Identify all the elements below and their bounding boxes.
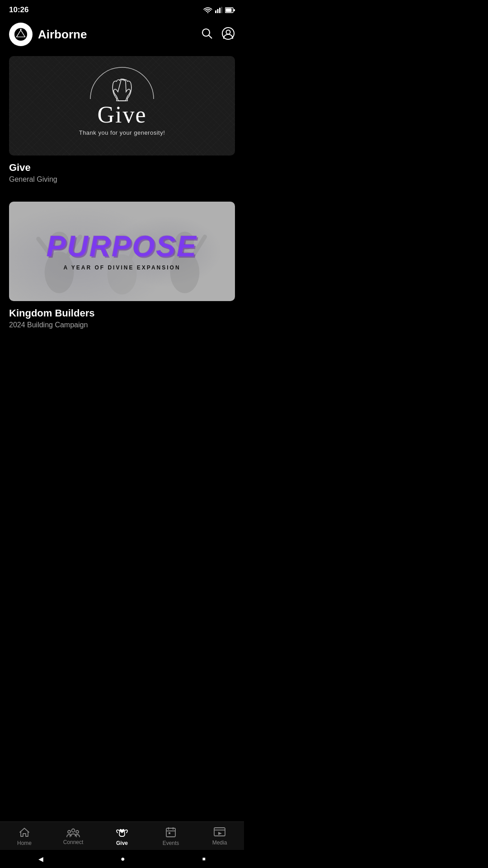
purpose-banner-title: PURPOSE bbox=[47, 232, 197, 261]
give-card[interactable]: Give Thank you for your generosity! Give… bbox=[9, 56, 235, 184]
status-bar: 10:26 bbox=[0, 0, 244, 18]
kingdom-builders-title: Kingdom Builders bbox=[9, 307, 235, 319]
svg-rect-3 bbox=[219, 8, 221, 13]
give-banner-title: Give bbox=[97, 103, 146, 127]
wifi-icon bbox=[203, 7, 212, 13]
main-content: Give Thank you for your generosity! Give… bbox=[0, 51, 244, 392]
logo-icon bbox=[14, 28, 28, 41]
header-actions bbox=[201, 27, 235, 42]
svg-rect-4 bbox=[221, 7, 223, 13]
status-time: 10:26 bbox=[9, 5, 28, 14]
profile-button[interactable] bbox=[221, 27, 235, 42]
give-subtitle: General Giving bbox=[9, 175, 235, 184]
svg-point-11 bbox=[202, 29, 210, 36]
battery-icon bbox=[225, 7, 235, 13]
svg-point-0 bbox=[207, 12, 209, 13]
purpose-banner-subtitle: A YEAR OF DIVINE EXPANSION bbox=[63, 264, 180, 271]
svg-rect-2 bbox=[217, 9, 219, 13]
svg-rect-6 bbox=[226, 8, 232, 12]
kingdom-builders-image: PURPOSE A YEAR OF DIVINE EXPANSION bbox=[9, 202, 235, 301]
app-title: Airborne bbox=[38, 28, 87, 42]
kingdom-builders-subtitle: 2024 Building Campaign bbox=[9, 321, 235, 329]
kingdom-builders-card[interactable]: PURPOSE A YEAR OF DIVINE EXPANSION Kingd… bbox=[9, 202, 235, 329]
purpose-banner: PURPOSE A YEAR OF DIVINE EXPANSION bbox=[9, 202, 235, 301]
search-button[interactable] bbox=[201, 27, 213, 42]
search-icon bbox=[201, 27, 213, 40]
give-banner-subtitle: Thank you for your generosity! bbox=[79, 129, 165, 136]
header: Airborne bbox=[0, 18, 244, 51]
status-icons bbox=[203, 7, 235, 13]
svg-rect-1 bbox=[215, 10, 216, 13]
svg-rect-7 bbox=[234, 9, 235, 11]
svg-line-12 bbox=[209, 35, 212, 38]
profile-icon bbox=[221, 27, 235, 40]
hands-icon bbox=[104, 76, 140, 105]
give-title: Give bbox=[9, 162, 235, 174]
signal-icon bbox=[215, 7, 222, 13]
svg-point-14 bbox=[226, 30, 230, 34]
app-logo[interactable] bbox=[9, 23, 33, 46]
give-banner: Give Thank you for your generosity! bbox=[9, 56, 235, 156]
give-card-image: Give Thank you for your generosity! bbox=[9, 56, 235, 156]
header-left: Airborne bbox=[9, 23, 87, 46]
